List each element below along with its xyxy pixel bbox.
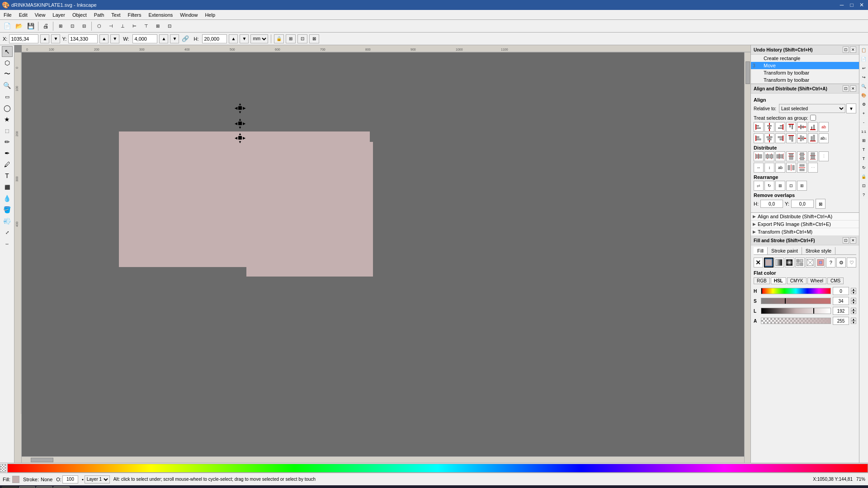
undo-history-header[interactable]: Undo History (Shift+Ctrl+H) ⊡ ✕ <box>751 45 859 55</box>
sat-slider-track[interactable] <box>761 298 831 304</box>
h-scroll-thumb[interactable] <box>31 458 53 462</box>
rt-zoom-1-1-btn[interactable]: 1:1 <box>860 127 868 136</box>
tab-stroke-paint[interactable]: Stroke paint <box>768 247 802 254</box>
cms-tab[interactable]: CMS <box>827 277 844 284</box>
text-tool[interactable]: T <box>2 170 13 181</box>
save-button[interactable]: 💾 <box>25 21 36 32</box>
hue-value-input[interactable] <box>833 287 849 295</box>
fill-unknown-btn[interactable]: ? <box>826 258 835 267</box>
align-node-right-btn[interactable] <box>775 133 785 143</box>
menu-view[interactable]: View <box>31 10 49 20</box>
star-tool[interactable]: ★ <box>2 114 13 125</box>
alpha-value-input[interactable] <box>833 317 849 325</box>
light-slider-track[interactable] <box>761 308 831 314</box>
fill-radial-gradient-btn[interactable] <box>785 258 794 267</box>
align-left-btn[interactable] <box>754 122 764 132</box>
color-swatch-bar[interactable] <box>0 463 868 473</box>
unit-select[interactable]: mm px cm in pt <box>250 34 268 43</box>
new-button[interactable]: 📄 <box>2 21 13 32</box>
align-panel-detach[interactable]: ⊡ <box>843 85 849 92</box>
pen-tool[interactable]: ✒ <box>2 148 13 159</box>
zoom-fit-drawing[interactable]: ⊡ <box>67 21 78 32</box>
menu-edit[interactable]: Edit <box>15 10 31 20</box>
menu-text[interactable]: Text <box>108 10 124 20</box>
hue-down-btn[interactable]: ▼ <box>851 291 856 294</box>
transparent-swatch[interactable] <box>0 464 6 472</box>
sat-down-btn[interactable]: ▼ <box>851 301 856 304</box>
light-up-btn[interactable]: ▲ <box>851 308 856 311</box>
w-up-btn[interactable]: ▲ <box>159 34 168 43</box>
wheel-tab[interactable]: Wheel <box>807 277 826 284</box>
w-input[interactable] <box>132 34 157 43</box>
hsl-tab[interactable]: HSL <box>771 277 786 284</box>
x-up-btn[interactable]: ▲ <box>40 34 49 43</box>
rt-xml-btn[interactable]: ⚙ <box>860 100 868 108</box>
y-input[interactable] <box>68 34 98 43</box>
alpha-up-btn[interactable]: ▲ <box>851 318 856 321</box>
remove-overlaps-btn[interactable]: ⊠ <box>816 199 826 209</box>
zoom-fit-selection[interactable]: ⊟ <box>79 21 90 32</box>
dist-left-edges-btn[interactable] <box>754 151 764 161</box>
fill-stroke-header[interactable]: Fill and Stroke (Shift+Ctrl+F) ⊡ ✕ <box>751 236 859 245</box>
canvas-rect-2[interactable] <box>246 142 373 277</box>
alpha-down-btn[interactable]: ▼ <box>851 321 856 324</box>
y-down-btn[interactable]: ▼ <box>110 34 119 43</box>
align-center-h[interactable]: ⊞ <box>152 21 163 32</box>
dist-right-edges-btn[interactable] <box>775 151 785 161</box>
print-button[interactable]: 🖨 <box>40 21 51 32</box>
gradient-tool[interactable]: ⬛ <box>2 182 13 192</box>
rt-paste-btn[interactable]: 📄 <box>860 55 868 63</box>
align-center-v[interactable]: ⊥ <box>117 21 128 32</box>
menu-object[interactable]: Object <box>69 10 90 20</box>
start-btn[interactable]: ⊞ <box>2 486 18 488</box>
fill-flat-btn[interactable] <box>764 258 774 267</box>
color-palette-bar[interactable] <box>7 464 868 473</box>
rt-redo-btn[interactable]: ↪ <box>860 73 868 81</box>
menu-window[interactable]: Window <box>176 10 201 20</box>
fill-pattern-btn[interactable] <box>795 258 805 267</box>
layer-select[interactable]: Layer 1 <box>85 475 110 483</box>
rearrange-exchange-btn[interactable]: ⇄ <box>754 181 764 191</box>
fill-stroke-close[interactable]: ✕ <box>850 237 856 244</box>
dist-gap-h-btn[interactable] <box>786 163 796 173</box>
align-center-v-btn[interactable] <box>797 122 807 132</box>
dist-centers-h-btn[interactable] <box>764 151 774 161</box>
rt-undo-btn[interactable]: ↩ <box>860 64 868 72</box>
menu-extensions[interactable]: Extensions <box>145 10 176 20</box>
ellipse-tool[interactable]: ◯ <box>2 103 13 113</box>
dist-extra-btn[interactable]: ⋯ <box>808 163 818 173</box>
h-up-btn[interactable]: ▲ <box>229 34 238 43</box>
menu-layer[interactable]: Layer <box>49 10 69 20</box>
close-button[interactable]: ✕ <box>857 1 866 9</box>
maximize-button[interactable]: □ <box>847 1 856 9</box>
sat-value-input[interactable] <box>833 297 849 305</box>
sat-up-btn[interactable]: ▲ <box>851 298 856 301</box>
align-center-h-btn[interactable] <box>764 122 774 132</box>
measure-tool[interactable]: ↔ <box>2 238 13 249</box>
h-scrollbar[interactable] <box>22 456 744 463</box>
rgb-tab[interactable]: RGB <box>754 277 770 284</box>
rearrange-snake-btn[interactable]: ⊡ <box>786 181 796 191</box>
menu-filters[interactable]: Filters <box>124 10 145 20</box>
align-anchor-btn[interactable]: ab↓ <box>819 133 829 143</box>
align-bottom-edge[interactable]: ⊡ <box>164 21 175 32</box>
align-left-edge[interactable]: ⊣ <box>105 21 116 32</box>
lock-aspect-btn[interactable]: 🔒 <box>274 34 284 43</box>
dist-anchor-btn[interactable]: ⋮ <box>819 151 829 161</box>
light-down-btn[interactable]: ▼ <box>851 311 856 314</box>
rt-zoom-in-btn[interactable]: + <box>860 109 868 117</box>
align-distribute-header[interactable]: Align and Distribute (Shift+Ctrl+A) ⊡ ✕ <box>751 84 859 94</box>
dist-top-edges-btn[interactable] <box>786 151 796 161</box>
align-right-edge[interactable]: ⊢ <box>129 21 140 32</box>
undo-panel-close[interactable]: ✕ <box>850 47 856 53</box>
rt-find-btn[interactable]: 🔍 <box>860 82 868 90</box>
alpha-slider-track[interactable] <box>761 318 831 324</box>
menu-path[interactable]: Path <box>90 10 108 20</box>
relative-dropdown-btn[interactable]: ▼ <box>846 103 856 113</box>
rt-clipboard-btn[interactable]: 📋 <box>860 46 868 54</box>
rt-text-flow-btn[interactable]: T <box>860 155 868 163</box>
taskbar-inkscape[interactable]: 🎨 <box>53 486 70 488</box>
align-node-top-btn[interactable] <box>786 133 796 143</box>
menu-help[interactable]: Help <box>201 10 219 20</box>
minimize-button[interactable]: ─ <box>837 1 846 9</box>
